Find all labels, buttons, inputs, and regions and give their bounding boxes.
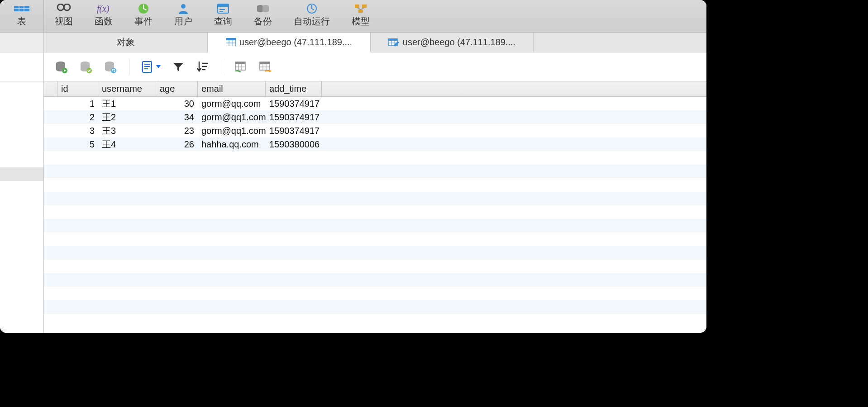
run-query-button[interactable] [54,60,68,74]
column-header-email[interactable]: email [198,81,266,96]
table-row[interactable] [44,260,706,273]
grid-header: id username age email add_time [44,81,706,97]
toolbar-item-function[interactable]: f(x) 函数 [84,0,124,32]
toolbar-item-event[interactable]: 事件 [124,0,163,32]
col-label: email [201,84,223,94]
cell-id[interactable]: 2 [57,112,98,123]
svg-line-24 [361,8,364,9]
col-label: add_time [269,84,306,94]
column-header-id[interactable]: id [57,81,98,96]
filter-button[interactable] [171,60,186,74]
cell-email[interactable]: gorm@qq.com [198,99,266,109]
cell-id[interactable]: 1 [57,99,98,109]
tab-label: user@beego (47.111.189.... [239,37,352,47]
backup-icon [255,3,271,14]
toolbar-label: 备份 [254,15,272,28]
col-label: age [160,84,175,94]
svg-rect-31 [388,38,397,41]
cell-age[interactable]: 34 [156,112,198,123]
table-row[interactable]: 3王323gorm@qq1.com1590374917 [44,124,706,137]
sidebar-spacer [0,52,44,81]
tab-user-beego-1[interactable]: user@beego (47.111.189.... [208,33,371,52]
sort-button[interactable] [196,60,210,74]
table-row[interactable] [44,273,706,287]
svg-rect-10 [218,4,229,7]
toolbar-item-table-truncated[interactable]: 表 [0,0,44,32]
toolbar-label: 视图 [55,15,73,28]
cell-age[interactable]: 26 [156,139,198,150]
left-sidebar[interactable] [0,81,44,333]
toolbar-item-view[interactable]: 视图 [44,0,84,32]
sidebar-selection [0,167,43,181]
table-row[interactable] [44,165,706,178]
refresh-button[interactable] [103,60,117,74]
user-icon [176,3,191,14]
sidebar-spacer [0,33,44,52]
cell-add-time[interactable]: 1590374917 [266,112,322,123]
separator [129,59,129,75]
toolbar-item-backup[interactable]: 备份 [243,0,283,32]
grid-body: 1王130gorm@qq.com15903749172王234gorm@qq1.… [44,97,706,314]
table-icon [226,38,236,46]
toolbar-label: 事件 [134,15,153,28]
toolbar-item-user[interactable]: 用户 [163,0,203,32]
query-icon [215,3,231,14]
tab-objects[interactable]: 对象 [44,33,208,52]
cell-add-time[interactable]: 1590380006 [266,139,322,150]
cell-username[interactable]: 王1 [98,98,156,110]
cell-age[interactable]: 23 [156,126,198,136]
table-row[interactable] [44,192,706,205]
tab-user-beego-2[interactable]: user@beego (47.111.189.... [371,33,534,52]
grid-actionbar [0,52,706,81]
cell-username[interactable]: 王3 [98,125,156,137]
cell-id[interactable]: 3 [57,126,98,136]
svg-rect-55 [235,62,245,64]
tab-label: user@beego (47.111.189.... [403,37,515,47]
table-row[interactable] [44,246,706,260]
import-button[interactable] [234,60,248,74]
col-label: username [102,84,142,94]
table-row[interactable] [44,205,706,219]
table-row[interactable] [44,232,706,246]
autorun-icon [304,3,320,14]
cell-id[interactable]: 5 [57,139,98,150]
table-row[interactable]: 5王426hahha.qq.com1590380006 [44,137,706,151]
table-row[interactable] [44,300,706,314]
table-row[interactable] [44,178,706,192]
data-grid[interactable]: id username age email add_time 1王130gorm… [44,81,706,333]
toolbar-item-query[interactable]: 查询 [203,0,243,32]
toolbar-label: 用户 [174,15,192,28]
svg-rect-21 [362,5,367,8]
cell-username[interactable]: 王2 [98,111,156,123]
table-row[interactable] [44,151,706,165]
table-row[interactable] [44,219,706,232]
table-row[interactable]: 1王130gorm@qq.com1590374917 [44,97,706,110]
column-header-age[interactable]: age [156,81,198,96]
row-handle-header[interactable] [44,81,57,96]
cell-email[interactable]: gorm@qq1.com [198,112,266,123]
text-view-button[interactable] [141,60,161,74]
cell-email[interactable]: hahha.qq.com [198,139,266,150]
cell-add-time[interactable]: 1590374917 [266,99,322,109]
table-edit-icon [388,38,399,47]
table-row[interactable]: 2王234gorm@qq1.com1590374917 [44,110,706,124]
tab-label: 对象 [117,36,135,48]
event-icon [136,3,151,14]
cell-username[interactable]: 王4 [98,138,156,151]
cell-email[interactable]: gorm@qq1.com [198,126,266,136]
toolbar-item-model[interactable]: 模型 [341,0,381,32]
toolbar-item-autorun[interactable]: 自动运行 [283,0,341,32]
main-toolbar: 表 视图 f(x) 函数 事件 用户 查询 备份 [0,0,706,33]
commit-button[interactable] [78,60,93,74]
cell-add-time[interactable]: 1590374917 [266,126,322,136]
column-header-add-time[interactable]: add_time [266,81,322,96]
table-icon [14,3,29,14]
svg-text:f(x): f(x) [97,4,110,14]
cell-age[interactable]: 30 [156,99,198,109]
export-button[interactable] [258,60,273,74]
svg-line-23 [357,8,361,9]
table-row[interactable] [44,287,706,300]
svg-rect-60 [260,62,270,64]
toolbar-label: 表 [17,15,26,28]
column-header-username[interactable]: username [98,81,156,96]
